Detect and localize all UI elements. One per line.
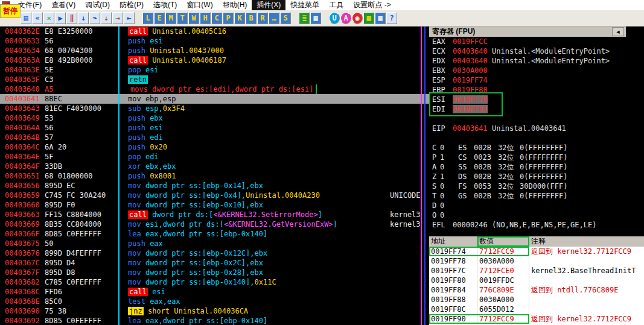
disasm-row[interactable]: 0040364381EC F4030000sub esp,0x3F4 — [0, 104, 429, 113]
flag-row-a[interactable]: A0SS002B32位0(FFFFFFFF) — [429, 162, 644, 172]
references-window-button[interactable]: R — [257, 12, 268, 24]
trace-into-button[interactable]: ⇣ — [101, 12, 112, 24]
execute-till-return-button[interactable]: ⇤ — [124, 12, 135, 24]
help-button[interactable]: ? — [386, 12, 397, 24]
patches-window-button[interactable]: P — [223, 12, 234, 24]
disasm-row[interactable]: 00403659C745 FC 30A240mov dword ptr ss:[… — [0, 191, 429, 200]
disasm-row[interactable]: 00403656895D ECmov dword ptr ss:[ebp-0x1… — [0, 181, 429, 191]
menu-plugins[interactable]: 插件(X) — [252, 0, 285, 10]
hex-grid-button[interactable]: ▦ — [375, 12, 386, 24]
menu-help[interactable]: 帮助(H) — [218, 0, 252, 10]
disasm-row[interactable]: 0040365168 01800000push 0x8001 — [0, 171, 429, 181]
register-row-edi[interactable]: EDI0019FF94 — [429, 104, 644, 114]
disasm-row[interactable]: 0040367C895D D4mov dword ptr ss:[ebp-0x2… — [0, 258, 429, 268]
flag-row-s[interactable]: S0FS005332位30D000(FFF) — [429, 181, 644, 191]
register-row-eip[interactable]: EIP00403641 Uninstal.00403641 — [429, 124, 644, 133]
analyze-plugin-button[interactable]: A — [340, 12, 351, 24]
disasm-row[interactable]: 0040363E5Epop esi — [0, 65, 429, 75]
register-row-eax[interactable]: EAX0019FFCC — [429, 37, 644, 46]
flag-row-t[interactable]: T0GS002B32位0(FFFFFFFF) — [429, 191, 644, 201]
run-button[interactable]: ▶ — [55, 12, 66, 24]
register-row-efl[interactable]: EFL00000246 (NO,NB,E,BE,NS,PE,GE,LE) — [429, 220, 644, 230]
options-button[interactable]: ≣ — [299, 12, 310, 24]
step-into-button[interactable]: ↓ — [78, 12, 89, 24]
stack-row[interactable]: 0019FF780030A000 — [429, 256, 644, 266]
register-row-ebp[interactable]: EBP0019FF80 — [429, 85, 644, 95]
window-layout-button[interactable]: ▦ — [310, 12, 321, 24]
trace-over-button[interactable]: ⇢ — [112, 12, 123, 24]
disasm-row[interactable]: 0040363FC3retn — [0, 75, 429, 84]
disasm-row[interactable]: 0040364E5Fpop edi — [0, 152, 429, 162]
disasm-row[interactable]: 0040368CFFD6call esi — [0, 287, 429, 297]
breakpoints-window-button[interactable]: B — [246, 12, 257, 24]
step-over-button[interactable]: ↷ — [89, 12, 100, 24]
stack-row[interactable]: 0019FF747712FCC9返回到 kernel32.7712FCC9 — [429, 247, 644, 256]
memory-grid-button[interactable]: ▦ — [363, 12, 374, 24]
menu-options[interactable]: 选项(T) — [148, 0, 182, 10]
run-trace-window-button[interactable]: … — [269, 12, 279, 24]
memory-window-button[interactable]: M — [165, 12, 176, 24]
pause-button[interactable]: ‖ — [66, 12, 77, 24]
disasm-row[interactable]: 0040363356push esi — [0, 36, 429, 46]
disasm-row[interactable]: 00403682C785 C0FEFFFFmov dword ptr ss:[e… — [0, 277, 429, 287]
menu-window[interactable]: 窗口(W) — [182, 0, 217, 10]
flag-row-p[interactable]: P1CS002332位0(FFFFFFFF) — [429, 153, 644, 162]
handles-window-button[interactable]: H — [200, 12, 211, 24]
call-stack-window-button[interactable]: K — [234, 12, 245, 24]
unicode-plugin-button[interactable]: U — [329, 12, 340, 24]
disasm-row[interactable]: 00403663FF15 C8804000call dword ptr ds:[… — [0, 210, 429, 219]
register-row-ecx[interactable]: ECX00403640 Uninstal.<ModuleEntryPoint> — [429, 46, 644, 56]
disasm-row[interactable]: 0040364B57push edi — [0, 133, 429, 142]
stack-row[interactable]: 0019FF800019FFDC — [429, 276, 644, 285]
menu-view[interactable]: 查看(V) — [46, 0, 80, 10]
disasm-row[interactable]: 0040367550push eax — [0, 239, 429, 248]
flag-row-d[interactable]: D0 — [429, 201, 644, 210]
register-row-esi[interactable]: ESI0019FF78 — [429, 95, 644, 104]
disasm-row[interactable]: 00403676899D D4FEFFFFmov dword ptr ss:[e… — [0, 248, 429, 258]
record-plugin-button[interactable]: ◉ — [352, 12, 363, 24]
source-window-button[interactable]: S — [280, 12, 291, 24]
disasm-row[interactable]: 0040366F8D85 C0FEFFFFlea eax,dword ptr s… — [0, 229, 429, 239]
open-file-button[interactable]: ▤ — [21, 12, 31, 24]
registers-scroll-left-button[interactable]: ◄ — [612, 27, 624, 36]
disasm-row[interactable]: 0040368E85C0test eax,eax — [0, 297, 429, 306]
disasm-row[interactable]: 0040364F33DBxor ebx,ebx — [0, 162, 429, 171]
disasm-row[interactable]: 0040364A56push esi — [0, 123, 429, 133]
restart-button[interactable]: « — [32, 12, 43, 24]
register-row-esp[interactable]: ESP0019FF74 — [429, 75, 644, 85]
disasm-row[interactable]: 0040363AE8 492B0000call Uninstal.0040618… — [0, 55, 429, 65]
disasm-row[interactable]: 0040364C6A 20push 0x20 — [0, 142, 429, 152]
disasm-row[interactable]: 0040364953push ebx — [0, 113, 429, 123]
stack-row[interactable]: 0019FF907712FCC9返回到 kernel32.7712FCC9 — [429, 314, 644, 324]
stack-row[interactable]: 0019FF84776C809E返回到 ntdll.776C809E — [429, 285, 644, 295]
threads-window-button[interactable]: T — [177, 12, 188, 24]
windows-window-button[interactable]: W — [188, 12, 199, 24]
cpu-window-button[interactable]: C — [211, 12, 222, 24]
flag-row-c[interactable]: C0ES002B32位0(FFFFFFFF) — [429, 143, 644, 153]
instruction-segment: Uninstal.00406187 — [152, 56, 226, 65]
register-row-edx[interactable]: EDX00403640 Uninstal.<ModuleEntryPoint> — [429, 56, 644, 66]
menu-set-breakpoint[interactable]: 设置断点 -> — [348, 0, 395, 10]
register-row-ebx[interactable]: EBX0030A000 — [429, 66, 644, 75]
flag-row-o[interactable]: O0 — [429, 210, 644, 220]
disasm-row[interactable]: 004036928D85 C0FEFFFFlea eax,dword ptr s… — [0, 316, 429, 325]
menu-tools[interactable]: 工具 — [324, 0, 348, 10]
stack-row[interactable]: 0019FF7C7712FCE0kernel32.BaseThreadInitT — [429, 266, 644, 276]
menu-anti-detect[interactable]: 防检(P) — [115, 0, 148, 10]
log-window-button[interactable]: L — [142, 12, 153, 24]
disasm-row[interactable]: 0040367F895D D8mov dword ptr ss:[ebp-0x2… — [0, 268, 429, 277]
stack-row[interactable]: 0019FF880030A000 — [429, 295, 644, 304]
executables-window-button[interactable]: E — [154, 12, 165, 24]
disasm-row[interactable]: 0040369075 38jnz short Uninstal.004036CA — [0, 306, 429, 316]
disasm-row[interactable]: 00403660895D F0mov dword ptr ss:[ebp-0x1… — [0, 200, 429, 210]
flag-row-z[interactable]: Z1DS002B32位0(FFFFFFFF) — [429, 172, 644, 181]
disasm-row[interactable]: 004036418BECmov ebp,esp — [0, 94, 429, 104]
disasm-row[interactable]: 0040363468 00704300push Uninstal.0043700… — [0, 46, 429, 55]
close-program-button[interactable]: ✕ — [43, 12, 54, 24]
stack-row[interactable]: 0019FF8C6055D012 — [429, 304, 644, 314]
menu-quick-menu[interactable]: 快捷菜单 — [285, 0, 324, 10]
disasm-row[interactable]: 004036698B35 CC804000mov esi,dword ptr d… — [0, 219, 429, 229]
disasm-row[interactable]: 0040362EE8 E3250000call Uninstal.00405C1… — [0, 27, 429, 36]
disasm-row[interactable]: 00403640A5movs dword ptr es:[edi],dword … — [0, 84, 429, 94]
menu-debug[interactable]: 调试(D) — [80, 0, 115, 10]
